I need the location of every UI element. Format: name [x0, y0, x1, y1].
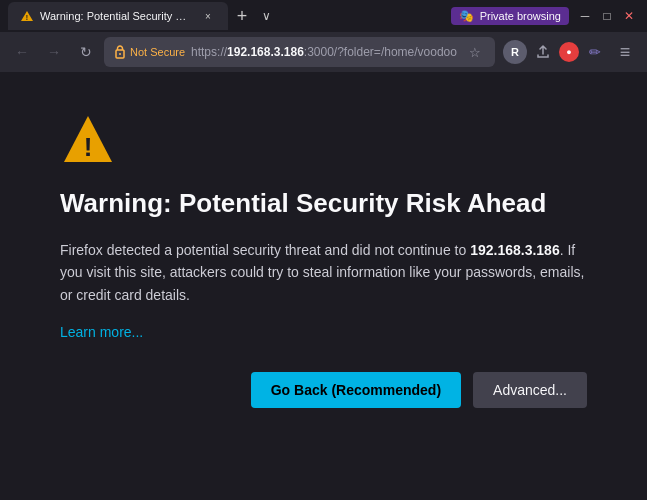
title-bar: ! Warning: Potential Security R... × + ∨… [0, 0, 647, 32]
new-tab-button[interactable]: + [228, 2, 256, 30]
minimize-button[interactable]: ─ [575, 6, 595, 26]
tab-close-button[interactable]: × [200, 8, 216, 24]
url-prefix: https:// [191, 45, 227, 59]
security-badge[interactable]: Not Secure [114, 45, 185, 59]
extension-red-label: ● [566, 47, 571, 57]
svg-text:!: ! [84, 132, 93, 162]
bookmark-button[interactable]: ☆ [465, 42, 485, 62]
action-buttons: Go Back (Recommended) Advanced... [60, 372, 587, 408]
tab-scroll-arrow[interactable]: ∨ [256, 9, 277, 23]
tab-area: ! Warning: Potential Security R... × + ∨ [8, 0, 447, 32]
browser-chrome: ! Warning: Potential Security R... × + ∨… [0, 0, 647, 72]
extension-red-icon[interactable]: ● [559, 42, 579, 62]
menu-button[interactable]: ≡ [611, 38, 639, 66]
private-browsing-label: Private browsing [480, 10, 561, 22]
page-title: Warning: Potential Security Risk Ahead [60, 188, 587, 219]
svg-point-3 [119, 53, 121, 55]
description-part1: Firefox detected a potential security th… [60, 242, 470, 258]
close-window-button[interactable]: ✕ [619, 6, 639, 26]
tab-warning-icon: ! [20, 10, 34, 22]
nav-bar: ← → ↻ Not Secure https://192.168.3.186:3… [0, 32, 647, 72]
address-bar-actions: ☆ [465, 42, 485, 62]
address-bar[interactable]: Not Secure https://192.168.3.186:3000/?f… [104, 37, 495, 67]
title-bar-controls: 🎭 Private browsing ─ □ ✕ [451, 6, 639, 26]
learn-more-link[interactable]: Learn more... [60, 324, 587, 340]
go-back-button[interactable]: Go Back (Recommended) [251, 372, 461, 408]
pen-icon[interactable]: ✏ [581, 38, 609, 66]
extension-r-icon[interactable]: R [503, 40, 527, 64]
maximize-button[interactable]: □ [597, 6, 617, 26]
description-host: 192.168.3.186 [470, 242, 560, 258]
not-secure-label: Not Secure [130, 46, 185, 58]
warning-triangle-icon: ! [60, 112, 116, 168]
active-tab[interactable]: ! Warning: Potential Security R... × [8, 2, 228, 30]
reload-button[interactable]: ↻ [72, 38, 100, 66]
page-content: ! Warning: Potential Security Risk Ahead… [0, 72, 647, 500]
private-browsing-icon: 🎭 [459, 9, 474, 23]
forward-button[interactable]: → [40, 38, 68, 66]
private-browsing-badge: 🎭 Private browsing [451, 7, 569, 25]
warning-icon-container: ! [60, 112, 587, 172]
url-host: 192.168.3.186 [227, 45, 304, 59]
share-icon [536, 45, 550, 59]
page-description: Firefox detected a potential security th… [60, 239, 587, 306]
svg-text:!: ! [26, 14, 28, 21]
tab-title: Warning: Potential Security R... [40, 10, 190, 22]
share-button[interactable] [529, 38, 557, 66]
toolbar-icons: R ● ✏ ≡ [503, 38, 639, 66]
lock-icon [114, 45, 126, 59]
advanced-button[interactable]: Advanced... [473, 372, 587, 408]
url-display: https://192.168.3.186:3000/?folder=/home… [191, 45, 459, 59]
window-controls: ─ □ ✕ [575, 6, 639, 26]
back-button[interactable]: ← [8, 38, 36, 66]
url-path: :3000/?folder=/home/voodoo [304, 45, 457, 59]
